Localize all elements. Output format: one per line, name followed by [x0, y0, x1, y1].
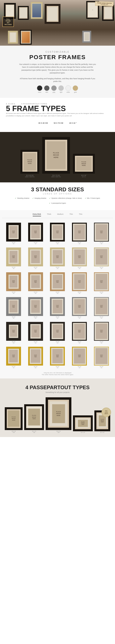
tab-thin2[interactable]: Thin [79, 213, 82, 216]
hero-frame-4 [44, 4, 60, 24]
thickness-tabs: Extra thick Thick Medium Thin Thin [2, 213, 113, 218]
check-icon-5: ✓ [49, 202, 50, 204]
full-frame-set-badge: FULL FRAME SET INCLUDED [2, 17, 14, 27]
mini-frame-dark-3: PLACEIMAGEHERE 30 X 40CM [50, 322, 65, 344]
tab-extra-thick[interactable]: Extra thick [33, 213, 41, 216]
pp-frame-label-4: 18 X 16" [81, 432, 85, 433]
mini-frame-box-gray-4: PLACEIMAGEHERE [72, 297, 87, 316]
frame-scene-ribbon: FRAME SCENE CREATOR included free [95, 1, 114, 6]
frame-types-title: 5 FRAME TYPES [6, 105, 66, 112]
mini-label-gold-5: 30 X 40CM [100, 366, 103, 368]
mini-frame-wood-5: PLACEIMAGEHERE 30 X 40CM [94, 272, 109, 294]
mini-label-beige-2: 30 X 40CM [34, 267, 37, 269]
mini-frame-box-gold-2: PLACEIMAGEHERE [28, 347, 43, 366]
mini-label-wood-4: 30 X 40CM [78, 292, 81, 294]
pp-frame-box-2: PLACEIMAGEHERE [24, 404, 44, 430]
mini-inner-gold-3: PLACEIMAGEHERE [52, 349, 63, 363]
mini-inner-gold-2: PLACEIMAGEHERE [31, 349, 40, 363]
mini-inner-wood-4: PLACEIMAGEHERE [74, 274, 85, 289]
frame-types-header: 3 SIZES 4 PASSEPARTOUT TYPES 5 FRAME TYP… [6, 103, 109, 119]
mini-inner-gray-1: PLACEIMAGEHERE [10, 300, 18, 312]
pp-frame-label-5: 18 X 16" [100, 432, 105, 433]
mini-label-beige-5: 30 X 40CM [100, 267, 103, 269]
mini-inner-gold-5: PLACEIMAGEHERE [96, 348, 108, 364]
frame-inner-large-center: PLACEIMAGEHERE [46, 141, 66, 169]
hero-frame-6 [102, 5, 114, 21]
pp-frame-3: PLACEIMAGEHERE 50 X 70CM [46, 397, 72, 433]
mini-inner-gray-5: PLACEIMAGEHERE [96, 299, 107, 314]
thickness-note: Only the 30 x 40 CM frame is displayed T… [2, 372, 113, 376]
mini-frame-box-black-2: PLACEIMAGEHERE [28, 223, 43, 242]
mini-frame-box-dark-2: PLACEIMAGEHERE [28, 322, 43, 341]
swatch-circle-dark [44, 85, 50, 91]
frame-row-dark: PLACEIMAGEHERE 30 X 40CM PLACEIMAGEHERE … [2, 320, 113, 345]
frame-label-small-right: 18 X 16"(5 X 7) [81, 175, 86, 178]
passepartout-title: 4 PASSEPARTOUT TYPES [3, 384, 112, 390]
feature-standing-shadow: ✓ Standing shadow [15, 197, 29, 199]
mini-frame-box-beige-2: PLACEIMAGEHERE [28, 248, 43, 266]
mini-label-dark-1: 30 X 40CM [12, 341, 15, 344]
pp-frame-label-1: 30 X 40CM [12, 431, 16, 433]
mini-label-black-1: 30 X 40CM [12, 242, 15, 244]
hero-frame-8 [20, 30, 32, 45]
mini-frame-dark-5: PLACEIMAGEHERE 30 X 40CM [94, 322, 109, 344]
thickness-section: Extra thick Thick Medium Thin Thin PLACE… [0, 210, 115, 378]
pp-frame-passepartout-3: PLACEIMAGEHERE [50, 401, 68, 426]
mini-frame-dark-1: PLACEIMAGEHERE 30 X 40CM [6, 322, 21, 344]
hero-frame-9 [82, 31, 91, 43]
mini-frame-beige-2: PLACEIMAGEHERE 30 X 40CM [28, 248, 43, 269]
frame-row-wood: PLACEIMAGEHERE 30 X 40CM PLACEIMAGEHERE … [2, 271, 113, 296]
pp-frame-passepartout-4: PLACEIMAGEHERE [76, 418, 90, 428]
frame-inner-small-right: PLACEIMAGEHERE [76, 157, 92, 170]
mini-frame-gray-4: PLACEIMAGEHERE 30 X 40CM [72, 297, 87, 319]
mini-inner-beige-5: PLACEIMAGEHERE [96, 249, 107, 264]
pp-frame-1: PLACEIMAGEHERE 30 X 40CM [5, 407, 22, 433]
mini-label-dark-5: 30 X 40CM [100, 341, 103, 344]
passepartout-section: 4 PASSEPARTOUT TYPES Something for all y… [0, 378, 115, 437]
mini-inner-gray-4: PLACEIMAGEHERE [74, 299, 85, 314]
frame-row-gold: PLACEIMAGEHERE 30 X 40CM PLACEIMAGEHERE … [2, 345, 113, 370]
mini-frame-gold-5: PLACEIMAGEHERE 30 X 40CM [94, 347, 109, 368]
tab-medium[interactable]: Medium [57, 213, 64, 216]
mini-frame-gold-4: PLACEIMAGEHERE 30 X 40CM [72, 347, 87, 368]
poster-frames-section: CUSTOMIZABLE POSTER FRAMES Your artwork … [0, 46, 115, 98]
mini-label-gray-1: 30 X 40CM [12, 316, 15, 319]
mini-frame-box-gray-5: PLACEIMAGEHERE [94, 297, 109, 316]
hero-frame-2 [18, 6, 29, 20]
mini-label-gray-3: 30 X 40CM [56, 316, 59, 319]
mini-frame-black-1: PLACEIMAGEHERE 30 X 40CM [6, 223, 21, 244]
mini-frame-box-gray-2: PLACEIMAGEHERE [28, 297, 43, 316]
feature-dynamic-reflections: ✓ Dynamic reflections (change, hide or s… [49, 197, 82, 199]
mini-inner-dark-3: PLACEIMAGEHERE [53, 324, 62, 338]
check-icon-4: ✓ [85, 197, 86, 199]
mini-frame-black-5: PLACEIMAGEHERE 30 X 40CM [94, 223, 109, 244]
tab-thick[interactable]: Thick [47, 213, 51, 216]
swatch-gold: gold [72, 85, 78, 93]
frame-row-black: PLACEIMAGEHERE 30 X 40CM PLACEIMAGEHERE … [2, 221, 113, 246]
mini-inner-wood-2: PLACEIMAGEHERE [31, 275, 40, 288]
swatch-circle-black [37, 85, 42, 91]
tab-thin[interactable]: Thin [70, 213, 73, 216]
frame-types-description: All frames has each at least 5 different… [6, 112, 109, 117]
mini-frame-box-gold-4: PLACEIMAGEHERE [72, 347, 87, 366]
swatch-label-black: black [38, 92, 41, 93]
mini-inner-gray-3: PLACEIMAGEHERE [53, 300, 62, 313]
mini-frame-box-wood-4: PLACEIMAGEHERE [72, 272, 87, 291]
frame-inner-small-left: PLACEIMAGEHERE [24, 153, 36, 170]
mini-frame-gold-3: PLACEIMAGEHERE 30 X 40CM [50, 347, 65, 368]
passepartout-subtitle: Something for all your projects [3, 391, 112, 393]
frame-types-section: 3 SIZES 4 PASSEPARTOUT TYPES 5 FRAME TYP… [0, 98, 115, 132]
mini-inner-wood-5: PLACEIMAGEHERE [96, 274, 107, 289]
swatch-black: black [37, 85, 42, 93]
mini-inner-gray-2: PLACEIMAGEHERE [31, 300, 40, 313]
mini-frame-box-gold-3: PLACEIMAGEHERE [50, 347, 65, 366]
mini-frame-beige-3: PLACEIMAGEHERE 30 X 40CM [50, 248, 65, 269]
mini-frame-box-black-5: PLACEIMAGEHERE [94, 223, 109, 242]
mini-label-black-3: 30 X 40CM [56, 242, 59, 244]
mini-inner-dark-5: PLACEIMAGEHERE [96, 324, 107, 339]
swatch-label-gold: gold [74, 92, 76, 93]
hero-frame-3 [31, 2, 43, 19]
standard-sizes-section: 3 standard sizes LOADS OF OPTIONS ✓ Stan… [0, 182, 115, 210]
mini-frame-gray-3: PLACEIMAGEHERE 30 X 40CM [50, 297, 65, 319]
pp-frame-4: PLACEIMAGEHERE 18 X 16" [73, 416, 93, 433]
